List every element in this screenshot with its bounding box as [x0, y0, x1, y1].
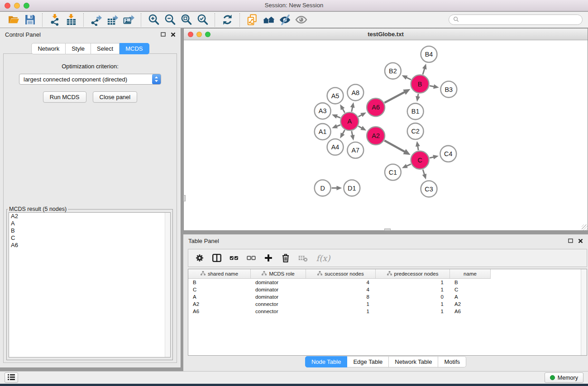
cell-predecessor-nodes[interactable]: 1	[376, 280, 450, 285]
close-panel-icon[interactable]	[171, 32, 176, 37]
zoom-selected-button[interactable]	[194, 13, 210, 27]
cell-successor-nodes[interactable]: 1	[306, 309, 376, 314]
cell-successor-nodes[interactable]: 4	[306, 287, 376, 292]
graph-edge-A-A7[interactable]	[350, 131, 355, 141]
network-close-button[interactable]	[188, 32, 193, 37]
hide-selected-button[interactable]	[277, 13, 293, 27]
graph-edge-B-B2[interactable]	[402, 75, 411, 80]
graph-node-A[interactable]: A	[340, 112, 359, 130]
cell-name[interactable]: A2	[450, 301, 491, 307]
graph-node-D[interactable]: D	[315, 180, 331, 196]
task-history-button[interactable]	[5, 372, 18, 383]
cell-mcds-role[interactable]: connector	[251, 301, 306, 307]
export-image-button[interactable]	[120, 13, 137, 27]
float-panel-icon[interactable]	[161, 32, 166, 37]
table-row[interactable]: A6connector11A6	[188, 308, 587, 315]
cell-shared-name[interactable]: A	[188, 294, 251, 300]
cell-successor-nodes[interactable]: 8	[306, 294, 376, 300]
duplicate-network-button[interactable]	[244, 13, 260, 27]
result-list-item[interactable]: A2	[9, 213, 170, 220]
graph-node-C2[interactable]: C2	[407, 123, 424, 139]
first-neighbors-button[interactable]	[260, 13, 277, 27]
column-header-mcds-role[interactable]: MCDS role	[251, 269, 306, 278]
export-network-button[interactable]	[88, 13, 104, 27]
frame-grip-bottom[interactable]	[384, 229, 391, 231]
criterion-dropdown[interactable]: largest connected component (directed)	[19, 74, 161, 85]
result-list-item[interactable]: C	[9, 234, 170, 242]
graph-edge-A-A2[interactable]	[359, 126, 367, 130]
column-visibility-button[interactable]	[210, 251, 224, 265]
cell-predecessor-nodes[interactable]: 1	[376, 287, 450, 292]
graph-edge-C-C3[interactable]	[422, 170, 426, 180]
result-list-item[interactable]: A6	[9, 242, 170, 249]
delete-column-button[interactable]	[278, 251, 292, 265]
network-maximize-button[interactable]	[205, 32, 210, 37]
cell-shared-name[interactable]: B	[188, 280, 251, 285]
tab-edge-table[interactable]: Edge Table	[347, 356, 389, 367]
tab-node-table[interactable]: Node Table	[305, 356, 348, 367]
open-session-button[interactable]	[5, 13, 22, 27]
graph-node-B[interactable]: B	[411, 75, 429, 93]
column-header-name[interactable]: name	[450, 269, 491, 278]
graph-edge-A2-C[interactable]	[384, 141, 410, 155]
graph-node-C1[interactable]: C1	[385, 164, 401, 181]
graph-edge-A-A6[interactable]	[359, 113, 366, 117]
network-graph[interactable]: B4B2BB3A8A5A6B1A3AA1C2A2A4A7C4CC1C3DD1	[184, 41, 587, 230]
cell-predecessor-nodes[interactable]: 0	[376, 294, 450, 300]
graph-edge-A-A5[interactable]	[340, 105, 344, 113]
maximize-window-button[interactable]	[24, 3, 29, 9]
column-header-successor-nodes[interactable]: successor nodes	[306, 269, 376, 278]
graph-node-A5[interactable]: A5	[327, 88, 344, 104]
tab-mcds[interactable]: MCDS	[120, 43, 149, 54]
float-table-panel-icon[interactable]	[568, 238, 573, 243]
table-row[interactable]: Bdominator41B	[188, 279, 587, 286]
import-network-button[interactable]	[47, 13, 63, 27]
export-table-button[interactable]	[104, 13, 120, 27]
graph-edge-A-A1[interactable]	[332, 124, 340, 128]
close-panel-button[interactable]: Close panel	[93, 91, 138, 103]
cell-name[interactable]: A	[450, 294, 491, 300]
select-all-rows-button[interactable]	[227, 251, 241, 265]
search-input[interactable]	[461, 17, 578, 23]
table-row[interactable]: Cdominator41C	[188, 286, 587, 293]
tab-style[interactable]: Style	[66, 43, 91, 54]
graph-edge-A6-B[interactable]	[384, 89, 410, 103]
import-table-button[interactable]	[63, 13, 79, 27]
cell-name[interactable]: A6	[450, 309, 491, 314]
cell-successor-nodes[interactable]: 1	[306, 301, 376, 307]
graph-edge-D-D1[interactable]	[332, 186, 342, 190]
cell-predecessor-nodes[interactable]: 1	[376, 309, 450, 314]
zoom-in-button[interactable]	[145, 13, 162, 27]
result-list-item[interactable]: B	[9, 227, 170, 234]
graph-edge-C-C4[interactable]	[430, 155, 439, 159]
cell-successor-nodes[interactable]: 4	[306, 280, 376, 285]
close-table-panel-icon[interactable]	[578, 238, 583, 243]
graph-node-B3[interactable]: B3	[440, 81, 457, 98]
graph-edge-B-B3[interactable]	[430, 84, 439, 89]
graph-node-C[interactable]: C	[411, 151, 429, 169]
cell-name[interactable]: B	[450, 280, 491, 285]
graph-node-C3[interactable]: C3	[421, 181, 437, 197]
search-box[interactable]	[449, 14, 583, 25]
zoom-fit-button[interactable]	[178, 13, 194, 27]
cell-shared-name[interactable]: A6	[188, 309, 251, 314]
cell-mcds-role[interactable]: connector	[251, 309, 306, 314]
graph-node-B1[interactable]: B1	[407, 103, 424, 119]
graph-node-A7[interactable]: A7	[347, 142, 363, 158]
close-window-button[interactable]	[5, 3, 10, 9]
graph-node-C4[interactable]: C4	[440, 146, 456, 162]
show-all-button[interactable]	[293, 13, 309, 27]
graph-node-A4[interactable]: A4	[327, 139, 344, 155]
tab-network-table[interactable]: Network Table	[389, 356, 438, 367]
graph-node-A8[interactable]: A8	[347, 85, 363, 101]
tab-network[interactable]: Network	[31, 43, 66, 54]
cell-shared-name[interactable]: A2	[188, 301, 251, 307]
graph-node-B2[interactable]: B2	[385, 63, 401, 79]
table-settings-button[interactable]	[192, 251, 206, 265]
frame-grip-left[interactable]	[183, 195, 186, 201]
cell-shared-name[interactable]: C	[188, 287, 251, 292]
graph-node-B4[interactable]: B4	[421, 46, 437, 62]
graph-node-A2[interactable]: A2	[367, 127, 385, 145]
tab-select[interactable]: Select	[91, 43, 120, 54]
apply-layout-button[interactable]	[219, 13, 235, 27]
